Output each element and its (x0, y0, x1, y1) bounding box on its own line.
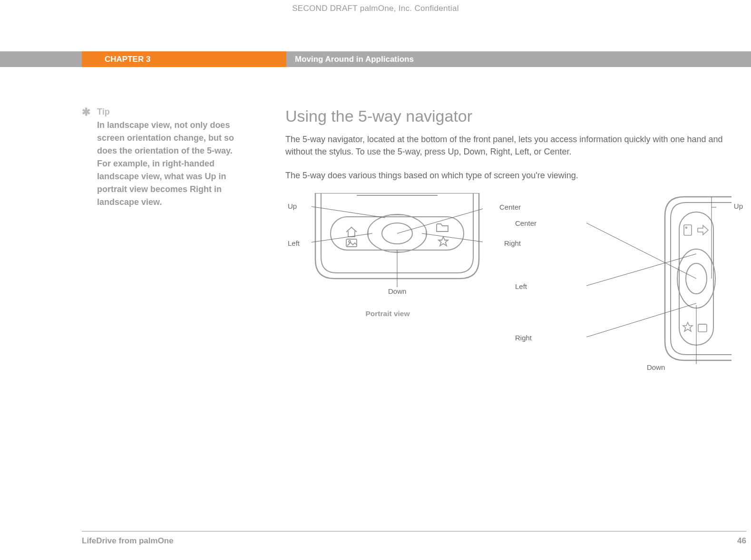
portrait-label-down: Down (388, 287, 406, 295)
portrait-device-illustration: Up Left Center Right Down (312, 193, 483, 288)
section-title: Using the 5-way navigator (285, 107, 751, 126)
portrait-label-up: Up (288, 202, 297, 210)
svg-line-23 (586, 254, 696, 286)
landscape-label-center: Center (515, 219, 536, 227)
landscape-label-down: Down (647, 363, 665, 371)
landscape-label-right: Right (515, 334, 532, 342)
asterisk-icon: ✱ (82, 107, 90, 560)
intro-paragraph-2: The 5-way does various things based on w… (285, 169, 747, 182)
svg-point-18 (686, 227, 687, 229)
portrait-label-right: Right (504, 239, 521, 247)
svg-line-10 (312, 206, 385, 218)
footer-product-name: LifeDrive from palmOne (82, 536, 174, 546)
landscape-diagram: Up Center Left Right Down Right-handed l… (541, 193, 712, 560)
portrait-label-center: Center (499, 203, 521, 211)
svg-rect-17 (684, 225, 692, 235)
confidential-watermark: SECOND DRAFT palmOne, Inc. Confidential (0, 4, 751, 13)
svg-line-22 (586, 223, 696, 279)
tip-text: In landscape view, not only does screen … (97, 119, 247, 209)
chapter-header-bar: CHAPTER 3 Moving Around in Applications (0, 51, 751, 67)
main-column: Using the 5-way navigator The 5-way navi… (285, 107, 751, 560)
portrait-caption: Portrait view (285, 309, 490, 318)
intro-paragraph-1: The 5-way navigator, located at the bott… (285, 133, 747, 158)
footer-page-number: 46 (737, 536, 746, 546)
page-footer: LifeDrive from palmOne 46 (82, 531, 746, 546)
landscape-device-illustration: Up Center Left Right Down (541, 193, 712, 388)
landscape-label-left: Left (515, 282, 527, 290)
tip-sidebar: ✱ Tip In landscape view, not only does s… (82, 107, 285, 560)
chapter-bar-pad (0, 51, 82, 67)
landscape-label-up: Up (734, 202, 743, 210)
svg-rect-19 (698, 324, 707, 332)
tip-block: Tip In landscape view, not only does scr… (97, 107, 247, 560)
svg-line-12 (397, 207, 483, 233)
chapter-title: Moving Around in Applications (286, 51, 751, 67)
portrait-diagram: Up Left Center Right Down Portrait view (285, 193, 490, 560)
portrait-label-left: Left (288, 239, 300, 247)
page-content: ✱ Tip In landscape view, not only does s… (82, 107, 751, 560)
chapter-label: CHAPTER 3 (82, 51, 286, 67)
tip-label: Tip (97, 107, 247, 117)
diagrams-row: Up Left Center Right Down Portrait view (285, 193, 751, 560)
